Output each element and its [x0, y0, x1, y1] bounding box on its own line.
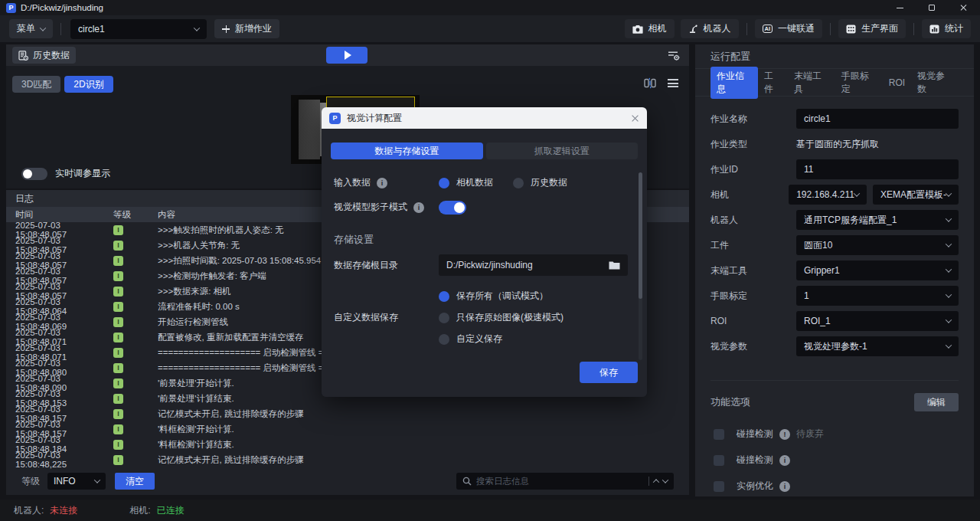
realtime-param-toggle[interactable]: [21, 168, 47, 180]
job-id-label: 作业ID: [710, 163, 796, 176]
log-level-cell: I: [113, 378, 158, 388]
radio-off-icon: [513, 178, 524, 188]
job-select[interactable]: circle1: [70, 19, 207, 39]
chevron-down-icon: [946, 266, 952, 272]
tab-vision-params[interactable]: 视觉参数: [911, 67, 959, 99]
window-title: D:/Pickwiz/jinshuding: [21, 3, 103, 12]
collision-detect-2-label: 碰撞检测: [737, 454, 773, 467]
history-data-radio-label: 历史数据: [531, 176, 567, 189]
maximize-button[interactable]: [916, 0, 948, 15]
hand-eye-value: 1: [804, 290, 946, 301]
robot-status-label: 机器人:: [14, 504, 44, 517]
tab-hand-eye[interactable]: 手眼标定: [835, 67, 883, 99]
tab-end-tool[interactable]: 末端工具: [788, 67, 835, 99]
save-all-radio[interactable]: 保存所有（调试模式）: [439, 290, 548, 303]
robot-select[interactable]: 通用TCP服务端配置_1: [796, 210, 959, 230]
tab-grab-logic-label: 抓取逻辑设置: [534, 145, 590, 158]
divider: [746, 23, 747, 35]
log-level-badge: I: [113, 317, 123, 327]
collision-detect-1-checkbox[interactable]: [714, 429, 724, 440]
root-dir-input[interactable]: D:/Pickwiz/jinshuding: [439, 254, 628, 276]
chevron-down-icon[interactable]: [662, 477, 668, 483]
dialog-scrollbar-thumb[interactable]: [639, 172, 642, 299]
custom-save-option-label: 自定义保存: [456, 333, 502, 346]
tab-2d-recognition-label: 2D识别: [74, 78, 103, 91]
job-type-label: 作业类型: [710, 138, 796, 151]
workpiece-select[interactable]: 圆面10: [796, 235, 959, 255]
job-id-input[interactable]: [796, 159, 959, 179]
minimize-button[interactable]: [884, 0, 916, 15]
level-filter-label: 等级: [21, 475, 40, 488]
roi-label: ROI: [710, 316, 796, 326]
tab-job-info[interactable]: 作业信息: [710, 67, 758, 99]
robot-button[interactable]: 机器人: [681, 19, 739, 38]
new-job-button[interactable]: 新增作业: [214, 19, 279, 38]
level-filter-select[interactable]: INFO: [47, 473, 106, 490]
log-level-cell: I: [113, 455, 158, 465]
dialog-close-icon[interactable]: [631, 114, 639, 123]
tab-2d-recognition[interactable]: 2D识别: [64, 76, 113, 93]
custom-save-radio[interactable]: 自定义保存: [439, 333, 502, 346]
statistics-button[interactable]: 统计: [922, 19, 971, 38]
log-level-badge: I: [113, 363, 123, 373]
collision-detect-2-checkbox[interactable]: [714, 455, 724, 466]
camera-button[interactable]: 相机: [625, 19, 675, 38]
log-level-badge: I: [113, 256, 123, 266]
clear-log-button[interactable]: 清空: [115, 473, 155, 490]
history-data-button[interactable]: 历史数据: [12, 47, 76, 64]
log-level-cell: I: [113, 440, 158, 450]
app-logo-icon: P: [6, 3, 16, 13]
log-content: 记忆模式未开启, 跳过排除缓存的步骤: [158, 408, 689, 420]
close-button[interactable]: [948, 0, 980, 15]
tab-grab-logic-settings[interactable]: 抓取逻辑设置: [486, 143, 639, 159]
tab-workpiece[interactable]: 工件: [758, 67, 788, 99]
menu-button[interactable]: 菜单: [9, 19, 53, 38]
instance-optimize-checkbox[interactable]: [714, 481, 724, 492]
tab-data-storage-label: 数据与存储设置: [374, 145, 439, 158]
history-data-radio[interactable]: 历史数据: [513, 176, 567, 189]
chevron-up-icon[interactable]: [653, 479, 659, 485]
job-name-input[interactable]: [796, 109, 959, 129]
vision-params-select[interactable]: 视觉处理参数-1: [796, 336, 959, 356]
camera-data-radio[interactable]: 相机数据: [439, 176, 493, 189]
one-key-connect-button[interactable]: 一键联通: [755, 19, 823, 38]
edit-features-button[interactable]: 编辑: [914, 393, 959, 411]
shadow-mode-toggle[interactable]: [439, 201, 466, 215]
viewer-menu-icon[interactable]: [668, 79, 678, 87]
table-row: 2025-07-03 15:08:48,225I记忆模式未开启, 跳过排除缓存的…: [6, 452, 689, 467]
instance-optimize-label: 实例优化: [737, 480, 773, 493]
play-icon: [345, 51, 351, 60]
robot-status-value: 未连接: [50, 504, 77, 517]
status-bar: 机器人: 未连接 相机: 已连接: [0, 500, 980, 521]
folder-icon[interactable]: [609, 260, 620, 270]
camera-template-select[interactable]: XEMA配置模板-: [873, 185, 959, 205]
camera-status-label: 相机:: [129, 504, 150, 517]
robot-select-value: 通用TCP服务端配置_1: [804, 214, 946, 227]
end-tool-select[interactable]: Gripper1: [796, 260, 959, 280]
tab-roi[interactable]: ROI: [883, 74, 911, 91]
tab-3d-match[interactable]: 3D匹配: [12, 76, 60, 93]
save-raw-only-radio[interactable]: 只保存原始图像(极速模式): [439, 311, 564, 324]
roi-select[interactable]: ROI_1: [796, 311, 959, 331]
save-button[interactable]: 保存: [580, 362, 638, 383]
vision-params-value: 视觉处理参数-1: [804, 340, 946, 353]
chevron-down-icon: [946, 215, 952, 221]
camera-ip-select[interactable]: 192.168.4.211: [789, 185, 867, 205]
level-filter-value: INFO: [54, 476, 95, 487]
production-view-button[interactable]: 生产界面: [838, 19, 906, 38]
log-settings-button[interactable]: [667, 49, 680, 64]
compare-view-icon[interactable]: [643, 77, 657, 89]
workpiece-label: 工件: [710, 239, 796, 252]
maximize-icon: [929, 5, 935, 11]
chevron-down-icon: [946, 291, 952, 297]
chevron-down-icon: [94, 477, 100, 483]
tab-data-storage-settings[interactable]: 数据与存储设置: [331, 143, 483, 159]
main-toolbar: 菜单 circle1 新增作业 相机 机器人 一键联通: [0, 15, 980, 42]
chevron-down-icon: [946, 316, 952, 323]
log-level-cell: I: [113, 424, 158, 434]
log-search-input[interactable]: [476, 477, 644, 486]
table-row: 2025-07-03 15:08:48,157I'料框检测'开始计算.: [6, 421, 689, 437]
log-level-cell: I: [113, 348, 158, 358]
run-button[interactable]: [326, 47, 368, 64]
hand-eye-select[interactable]: 1: [796, 286, 959, 306]
